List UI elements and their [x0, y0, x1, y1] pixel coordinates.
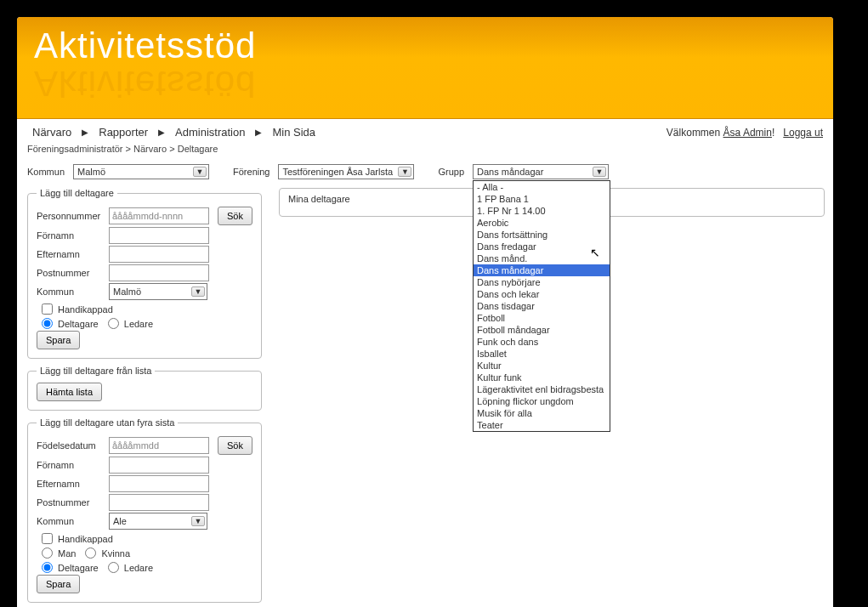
- efternamn-input-2[interactable]: [109, 475, 209, 492]
- grupp-option[interactable]: Kultur: [474, 360, 610, 372]
- personnummer-input[interactable]: [109, 207, 209, 224]
- postnummer-input-2[interactable]: [109, 494, 209, 511]
- fodelsedatum-label: Födelsedatum: [37, 440, 109, 451]
- nav-rapporter[interactable]: Rapporter: [94, 126, 153, 139]
- kommun-label: Kommun: [27, 167, 65, 177]
- chevron-down-icon: ▼: [191, 286, 205, 297]
- chevron-right-icon: ▶: [153, 128, 170, 137]
- deltagare-label-2: Deltagare: [58, 563, 99, 573]
- kommun-select-value: Malmö: [77, 167, 105, 177]
- grupp-option[interactable]: Löpning flickor ungdom: [474, 395, 610, 407]
- add-from-list-panel: Lägg till deltagare från lista Hämta lis…: [27, 366, 262, 411]
- add-from-list-legend: Lägg till deltagare från lista: [37, 366, 155, 376]
- add-without-four-legend: Lägg till deltagare utan fyra sista: [37, 417, 178, 428]
- grupp-option[interactable]: Fotboll: [474, 312, 610, 324]
- grupp-option[interactable]: Aerobic: [474, 217, 610, 229]
- forening-select[interactable]: Testföreningen Åsa Jarlstam ▼: [278, 164, 414, 179]
- nav-min-sida[interactable]: Min Sida: [267, 126, 321, 139]
- ledare-radio-2[interactable]: [108, 562, 119, 573]
- postnummer-label: Postnummer: [37, 268, 109, 278]
- app-logo: Aktivitetsstöd: [34, 26, 256, 66]
- grupp-option[interactable]: - Alla -: [474, 181, 610, 193]
- kommun-value-3: Ale: [113, 516, 127, 526]
- chevron-down-icon: ▼: [191, 516, 205, 526]
- forening-label: Förening: [233, 167, 269, 177]
- user-area: Välkommen Åsa Admin! Logga ut: [667, 127, 823, 139]
- efternamn-input[interactable]: [109, 246, 209, 263]
- postnummer-label-2: Postnummer: [37, 497, 109, 508]
- filter-bar: Kommun Malmö ▼ Förening Testföreningen Å…: [17, 159, 833, 188]
- handikappad-checkbox-2[interactable]: [42, 533, 53, 544]
- grupp-select-value: Dans måndagar: [477, 167, 543, 177]
- spara-button[interactable]: Spara: [37, 331, 80, 349]
- ledare-radio[interactable]: [108, 318, 119, 329]
- grupp-option[interactable]: Kultur funk: [474, 372, 610, 383]
- grupp-option[interactable]: 1. FP Nr 1 14.00: [474, 205, 610, 217]
- kommun-select[interactable]: Malmö ▼: [73, 164, 209, 179]
- kvinna-radio[interactable]: [85, 547, 96, 559]
- nav-administration[interactable]: Administration: [170, 126, 250, 139]
- handikappad-label-2: Handikappad: [58, 534, 113, 544]
- spara-button-2[interactable]: Spara: [37, 575, 80, 593]
- kvinna-label: Kvinna: [101, 548, 130, 559]
- kommun-label-3: Kommun: [37, 516, 109, 526]
- man-label: Man: [58, 548, 76, 559]
- kommun-select-2[interactable]: Malmö ▼: [109, 283, 207, 300]
- add-without-four-panel: Lägg till deltagare utan fyra sista Föde…: [27, 417, 262, 603]
- man-radio[interactable]: [42, 547, 53, 559]
- sok-button[interactable]: Sök: [218, 207, 252, 225]
- grupp-label: Grupp: [438, 167, 464, 177]
- welcome-text: Välkommen: [667, 127, 723, 139]
- ledare-label-2: Ledare: [124, 563, 153, 573]
- kommun-value-2: Malmö: [113, 286, 141, 297]
- grupp-option[interactable]: Dans nybörjare: [474, 276, 610, 288]
- grupp-option[interactable]: Teater: [474, 419, 610, 431]
- logo-wrap: Aktivitetsstöd Aktivitetsstöd: [34, 26, 256, 66]
- chevron-down-icon: ▼: [193, 167, 207, 177]
- chevron-right-icon: ▶: [77, 128, 94, 137]
- handikappad-label: Handikappad: [58, 304, 113, 315]
- deltagare-radio-2[interactable]: [42, 562, 53, 573]
- efternamn-label: Efternamn: [37, 249, 109, 259]
- kommun-label-2: Kommun: [37, 286, 109, 297]
- logout-link[interactable]: Logga ut: [783, 127, 823, 139]
- grupp-option[interactable]: 1 FP Bana 1: [474, 193, 610, 205]
- deltagare-radio[interactable]: [42, 318, 53, 329]
- postnummer-input[interactable]: [109, 264, 209, 281]
- grupp-option[interactable]: Dans fredagar: [474, 241, 610, 252]
- grupp-option[interactable]: Funk och dans: [474, 336, 610, 348]
- user-link[interactable]: Åsa Admin: [723, 127, 772, 139]
- deltagare-label: Deltagare: [58, 319, 99, 329]
- grupp-option[interactable]: Dans och lekar: [474, 288, 610, 300]
- sok-button-2[interactable]: Sök: [218, 436, 252, 455]
- add-participant-panel: Lägg till deltagare Personnummer Sök För…: [27, 188, 262, 359]
- grupp-option[interactable]: Dans måndagar: [474, 264, 610, 276]
- grupp-option[interactable]: Isballet: [474, 348, 610, 360]
- top-nav: Närvaro ▶ Rapporter ▶ Administration ▶ M…: [17, 119, 833, 142]
- grupp-option[interactable]: Dans fortsättning: [474, 229, 610, 241]
- fornamn-label-2: Förnamn: [37, 460, 109, 470]
- grupp-dropdown-list[interactable]: - Alla -1 FP Bana 11. FP Nr 1 14.00Aerob…: [473, 180, 610, 432]
- nav-narvaro[interactable]: Närvaro: [27, 126, 77, 139]
- chevron-down-icon: ▼: [593, 167, 606, 177]
- grupp-option[interactable]: Dans tisdagar: [474, 300, 610, 312]
- grupp-option[interactable]: Fotboll måndagar: [474, 324, 610, 336]
- grupp-option[interactable]: Musik för alla: [474, 407, 610, 419]
- hamta-lista-button[interactable]: Hämta lista: [37, 383, 102, 401]
- mina-deltagare-label: Mina deltagare: [288, 194, 350, 204]
- ledare-label: Ledare: [124, 319, 153, 329]
- fodelsedatum-input[interactable]: [109, 437, 209, 454]
- app-logo-reflection: Aktivitetsstöd: [34, 63, 256, 104]
- handikappad-checkbox[interactable]: [42, 304, 53, 315]
- grupp-option[interactable]: Lägeraktivitet enl bidragsbesta: [474, 383, 610, 395]
- grupp-option[interactable]: Dans månd.: [474, 252, 610, 264]
- fornamn-input-2[interactable]: [109, 457, 209, 474]
- chevron-down-icon: ▼: [398, 167, 411, 177]
- fornamn-input[interactable]: [109, 227, 209, 244]
- fornamn-label: Förnamn: [37, 230, 109, 241]
- efternamn-label-2: Efternamn: [37, 479, 109, 489]
- grupp-select[interactable]: Dans måndagar ▼: [473, 164, 609, 179]
- add-participant-legend: Lägg till deltagare: [37, 188, 117, 198]
- kommun-select-3[interactable]: Ale ▼: [109, 513, 207, 530]
- forening-select-value: Testföreningen Åsa Jarlstam: [282, 167, 393, 177]
